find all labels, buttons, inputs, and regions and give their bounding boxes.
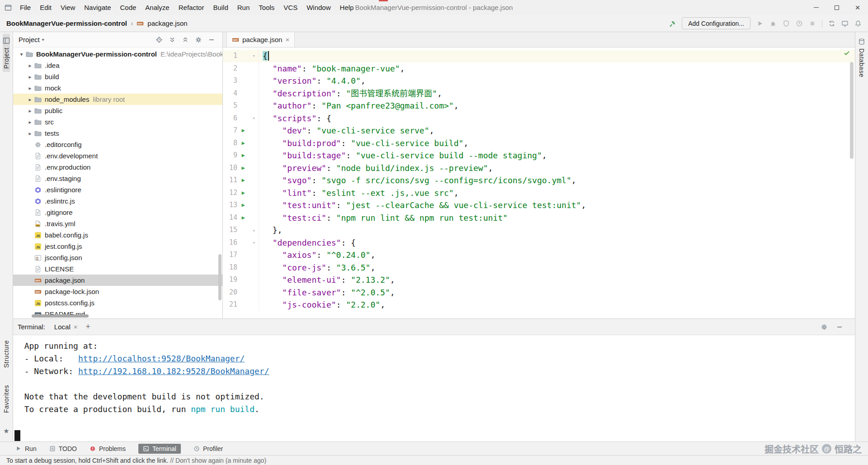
- tree-item-postcss-config-js[interactable]: JSpostcss.config.js: [13, 297, 222, 308]
- tree-item-license[interactable]: LICENSE: [13, 263, 222, 275]
- collapse-all-icon[interactable]: [182, 36, 189, 43]
- tree-item-eslintignore[interactable]: .eslintignore: [13, 184, 222, 195]
- chevron-right-icon[interactable]: ▸: [26, 130, 34, 137]
- close-tab-icon[interactable]: ×: [285, 36, 289, 43]
- maximize-button[interactable]: [826, 0, 847, 15]
- tree-item-tests[interactable]: ▸tests: [13, 128, 222, 139]
- run-script-icon[interactable]: ▶: [241, 162, 245, 175]
- chevron-right-icon[interactable]: ▸: [26, 119, 34, 125]
- tree-item-eslintrc-js[interactable]: .eslintrc.js: [13, 195, 222, 207]
- fold-marker[interactable]: ▾: [249, 237, 259, 249]
- inspections-ok-icon[interactable]: [843, 49, 850, 57]
- settings-gear-icon[interactable]: [195, 36, 202, 43]
- tree-item-env-production[interactable]: .env.production: [13, 161, 222, 173]
- menu-navigate[interactable]: Navigate: [80, 4, 115, 11]
- run-script-icon[interactable]: ▶: [241, 137, 245, 150]
- favorites-star-icon[interactable]: ★: [3, 427, 9, 435]
- close-tab-icon[interactable]: ×: [74, 323, 78, 330]
- minimize-button[interactable]: [806, 0, 826, 15]
- tool-stripe-favorites[interactable]: Favorites: [3, 382, 10, 416]
- chevron-right-icon[interactable]: ▸: [26, 96, 34, 103]
- menu-run[interactable]: Run: [233, 4, 255, 11]
- menu-edit[interactable]: Edit: [35, 4, 56, 11]
- add-configuration-button[interactable]: Add Configuration...: [682, 17, 750, 29]
- menu-code[interactable]: Code: [115, 4, 141, 11]
- dont-show-again-link[interactable]: Don't show again: [175, 457, 224, 464]
- bottom-tab-profiler[interactable]: Profiler: [193, 445, 223, 452]
- run-icon[interactable]: [756, 20, 764, 27]
- bottom-tab-terminal[interactable]: Terminal: [138, 444, 181, 454]
- tree-item-idea[interactable]: ▸.idea: [13, 60, 222, 71]
- tree-item-package-json[interactable]: npmpackage.json: [13, 275, 222, 286]
- chevron-right-icon[interactable]: ▸: [26, 62, 34, 69]
- tree-item-travis-yml[interactable]: YML.travis.yml: [13, 218, 222, 229]
- coverage-icon[interactable]: [783, 20, 790, 27]
- menu-vcs[interactable]: VCS: [279, 4, 302, 11]
- menu-analyze[interactable]: Analyze: [141, 4, 174, 11]
- menu-file[interactable]: File: [15, 4, 35, 11]
- profiler-icon[interactable]: [796, 20, 803, 27]
- tree-item-env-development[interactable]: .env.development: [13, 150, 222, 161]
- stop-icon[interactable]: [809, 20, 816, 27]
- editor-body[interactable]: 1▾{2 "name": "book-manager-vue",3 "versi…: [223, 47, 855, 318]
- close-button[interactable]: ×: [847, 0, 868, 15]
- tree-item-node-modules[interactable]: ▸node_moduleslibrary root: [13, 94, 222, 105]
- chevron-right-icon[interactable]: ▸: [26, 108, 34, 114]
- chevron-down-icon[interactable]: ▾: [42, 37, 44, 42]
- tree-item-editorconfig[interactable]: .editorconfig: [13, 139, 222, 150]
- terminal-output[interactable]: App running at: - Local: http://localhos…: [13, 335, 855, 441]
- menu-tools[interactable]: Tools: [254, 4, 279, 11]
- tree-item-bookmanagervue-permission-control[interactable]: ▾BookManagerVue-permission-controlE:\ide…: [13, 48, 222, 60]
- tree-item-gitignore[interactable]: .gitignore: [13, 207, 222, 218]
- project-tree-horizontal-scrollbar[interactable]: [32, 314, 89, 318]
- chevron-right-icon[interactable]: ▸: [26, 74, 34, 80]
- project-panel-title[interactable]: Project: [19, 36, 40, 43]
- tree-item-env-staging[interactable]: .env.staging: [13, 173, 222, 184]
- run-script-icon[interactable]: ▶: [241, 212, 245, 224]
- tree-item-public[interactable]: ▸public: [13, 105, 222, 116]
- run-script-icon[interactable]: ▶: [241, 124, 245, 137]
- terminal-link[interactable]: http://192.168.10.182:9528/BookManager/: [78, 366, 269, 376]
- hide-icon[interactable]: [208, 36, 215, 43]
- tree-item-jsconfig-json[interactable]: {}jsconfig.json: [13, 252, 222, 263]
- menu-view[interactable]: View: [56, 4, 80, 11]
- debug-icon[interactable]: [769, 20, 777, 27]
- bottom-tab-todo[interactable]: TODO: [49, 445, 77, 452]
- fold-marker[interactable]: ▾: [249, 50, 259, 62]
- breadcrumb-file[interactable]: package.json: [147, 19, 187, 27]
- tree-item-build[interactable]: ▸build: [13, 71, 222, 82]
- tool-stripe-structure[interactable]: Structure: [3, 337, 10, 371]
- tree-item-package-lock-json[interactable]: npmpackage-lock.json: [13, 286, 222, 297]
- run-script-icon[interactable]: ▶: [241, 187, 245, 199]
- fold-marker[interactable]: ▾: [249, 112, 259, 125]
- monitor-icon[interactable]: [841, 20, 849, 27]
- settings-gear-icon[interactable]: [821, 323, 828, 331]
- notifications-icon[interactable]: [854, 20, 862, 27]
- run-script-icon[interactable]: ▶: [241, 199, 245, 212]
- locate-icon[interactable]: [156, 36, 163, 43]
- tree-item-src[interactable]: ▸src: [13, 116, 222, 128]
- menu-build[interactable]: Build: [208, 4, 232, 11]
- chevron-right-icon[interactable]: ▸: [26, 85, 34, 91]
- tree-item-jest-config-js[interactable]: JSjest.config.js: [13, 241, 222, 252]
- build-hammer-icon[interactable]: [669, 20, 676, 27]
- tree-item-babel-config-js[interactable]: JSbabel.config.js: [13, 229, 222, 241]
- terminal-link[interactable]: http://localhost:9528/BookManager/: [78, 354, 245, 363]
- sync-icon[interactable]: [828, 20, 835, 27]
- tree-item-mock[interactable]: ▸mock: [13, 82, 222, 94]
- tab-package-json[interactable]: npm package.json ×: [226, 32, 295, 47]
- menu-window[interactable]: Window: [302, 4, 335, 11]
- hide-panel-icon[interactable]: [836, 323, 843, 331]
- editor-vertical-scrollbar[interactable]: [850, 62, 854, 159]
- tool-stripe-project[interactable]: Project: [3, 34, 10, 72]
- expand-all-icon[interactable]: [169, 36, 176, 43]
- new-terminal-button[interactable]: +: [85, 322, 90, 332]
- chevron-down-icon[interactable]: ▾: [18, 51, 25, 57]
- fold-marker[interactable]: ▴: [249, 224, 259, 237]
- bottom-tab-problems[interactable]: Problems: [90, 445, 126, 452]
- project-tree-vertical-scrollbar[interactable]: [218, 254, 222, 300]
- menu-refactor[interactable]: Refactor: [174, 4, 209, 11]
- breadcrumb-project[interactable]: BookManagerVue-permission-control: [6, 19, 127, 27]
- bottom-tab-run[interactable]: Run: [15, 445, 37, 452]
- tool-stripe-database[interactable]: Database: [855, 35, 868, 81]
